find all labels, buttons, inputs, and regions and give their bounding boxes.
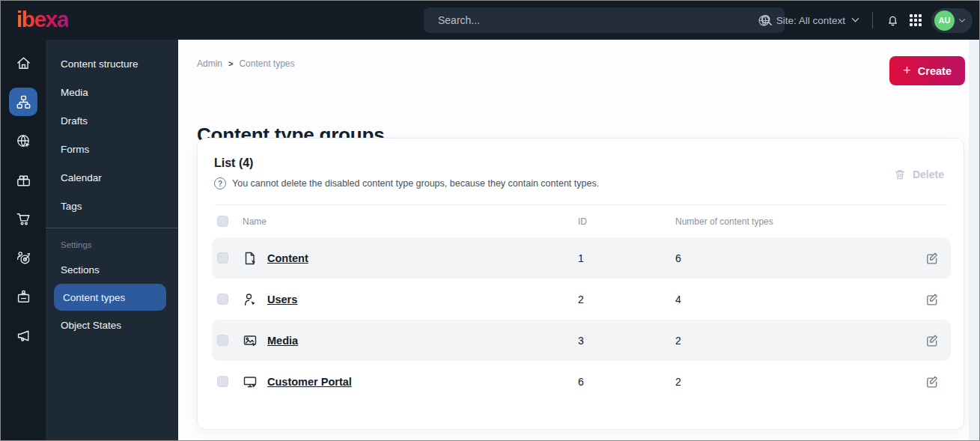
product-catalog-icon [15,171,32,189]
group-link[interactable]: Users [267,294,297,305]
edit-button[interactable] [923,249,940,267]
column-header-count: Number of content types [675,216,914,227]
menu-section-settings: Settings [46,234,178,255]
monitor-icon [243,374,267,389]
menu-item-tags[interactable]: Tags [46,192,178,220]
rail-item-admin[interactable] [9,282,37,311]
group-count: 4 [675,294,914,305]
site-globe-icon [15,133,32,150]
group-link[interactable]: Customer Portal [267,376,352,388]
row-checkbox[interactable] [217,335,228,346]
group-id: 1 [578,252,675,264]
menu-item-object-states[interactable]: Object States [46,311,178,339]
topbar: ibexa Site: All context [1,1,979,40]
home-icon [15,55,32,72]
site-context-label: Site: All context [776,15,845,26]
rail-item-commerce[interactable] [9,204,37,233]
rail-item-content[interactable] [9,88,37,116]
column-header-name: Name [243,216,578,227]
search-input[interactable] [424,14,759,26]
help-icon: ? [214,177,226,189]
rail-item-home[interactable] [9,49,37,77]
app-window: ibexa Site: All context [0,0,980,441]
breadcrumb-admin[interactable]: Admin [197,58,222,69]
group-count: 6 [675,252,914,264]
image-icon [243,333,267,348]
user-icon [243,292,267,307]
content-type-groups-card: List (4) ? You cannot delete the disable… [197,138,964,430]
rail-item-personalization[interactable] [9,243,37,272]
select-all-checkbox[interactable] [217,216,228,227]
group-id: 6 [578,376,675,388]
list-hint: ? You cannot delete the disabled content… [214,177,964,189]
create-button[interactable]: + Create [889,56,965,85]
rail-item-campaign[interactable] [9,321,37,350]
breadcrumb-separator: > [228,59,233,68]
table-body: Content 1 6 [198,237,964,402]
delete-button-label: Delete [913,168,944,180]
topbar-divider [872,12,873,28]
rail-item-product-catalog[interactable] [9,165,37,194]
rail-item-site[interactable] [9,127,37,155]
menu-divider [46,228,178,228]
list-hint-text: You cannot delete the disabled content t… [232,178,599,189]
table-row: Content 1 6 [212,237,951,279]
breadcrumb: Admin > Content types [197,58,295,69]
group-id: 3 [578,335,675,347]
breadcrumb-content-types[interactable]: Content types [239,58,294,69]
main-content: Admin > Content types + Create Content t… [178,40,979,440]
notifications-bell-icon[interactable] [886,13,900,28]
group-id: 2 [578,294,675,305]
list-title: List (4) [214,156,964,170]
app-switcher-grid-icon[interactable] [910,14,922,26]
edit-button[interactable] [923,373,940,390]
row-checkbox[interactable] [217,252,228,264]
site-context-selector[interactable]: Site: All context [758,14,859,27]
globe-icon [758,14,770,27]
admin-badge-icon [15,288,32,305]
content-tree-icon [15,94,32,111]
column-header-id: ID [578,216,675,227]
icon-rail [1,40,46,440]
plus-icon: + [903,64,911,77]
topbar-actions: Site: All context AU [758,1,973,40]
secondary-menu: Content structure Media Drafts Forms Cal… [46,40,178,440]
menu-item-media[interactable]: Media [46,78,178,106]
row-checkbox[interactable] [217,294,228,305]
group-count: 2 [675,376,914,388]
menu-item-content-structure[interactable]: Content structure [46,49,178,78]
table-row: Customer Portal 6 2 [212,361,951,402]
trash-icon [894,168,906,180]
right-gutter [969,40,979,440]
delete-button[interactable]: Delete [894,168,944,180]
table-row: Media 3 2 [212,320,951,361]
edit-button[interactable] [923,332,940,349]
group-count: 2 [675,335,914,347]
row-checkbox[interactable] [217,376,228,387]
commerce-cart-icon [15,210,32,228]
menu-item-sections[interactable]: Sections [46,255,178,284]
create-button-label: Create [918,65,952,77]
menu-item-content-types[interactable]: Content types [54,284,166,311]
ibexa-logo: ibexa [16,7,68,31]
edit-button[interactable] [923,291,940,308]
group-link[interactable]: Content [267,252,308,264]
chevron-down-icon [851,17,859,23]
chevron-down-icon [958,18,966,23]
table-header: Name ID Number of content types [198,205,964,237]
table-row: Users 2 4 [212,279,951,320]
group-link[interactable]: Media [267,335,298,347]
campaign-megaphone-icon [15,327,32,344]
menu-item-drafts[interactable]: Drafts [46,106,178,135]
menu-item-forms[interactable]: Forms [46,135,178,163]
global-search[interactable] [424,7,785,33]
personalization-target-icon [15,249,32,267]
menu-item-calendar[interactable]: Calendar [46,163,178,192]
content-file-icon [243,251,267,266]
user-menu[interactable]: AU [931,8,973,33]
avatar: AU [934,10,955,31]
